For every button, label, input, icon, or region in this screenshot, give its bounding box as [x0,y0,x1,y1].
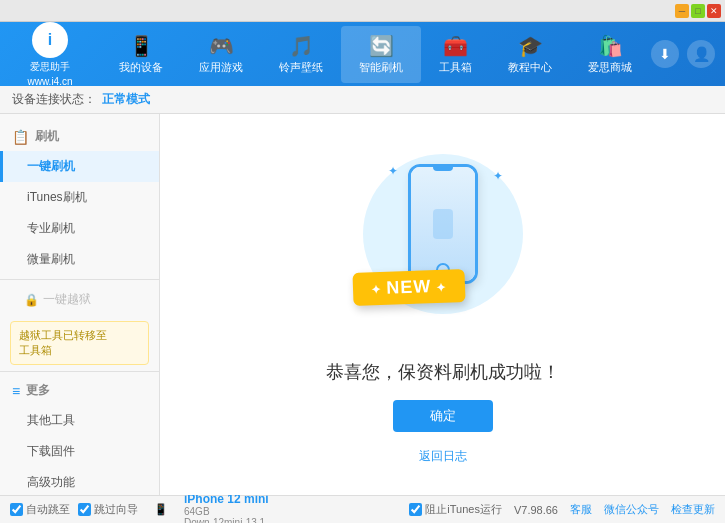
ringtones-icon: 🎵 [289,34,314,58]
more-section-title: ≡ 更多 [0,376,159,405]
status-value: 正常模式 [102,91,150,108]
jailbreak-label: 一键越狱 [43,291,91,308]
skip-wizard-checkbox-label[interactable]: 跳过向导 [78,502,138,517]
tutorials-icon: 🎓 [518,34,543,58]
sidebar: 📋 刷机 一键刷机 iTunes刷机 专业刷机 微量刷机 🔒 一键越狱 越狱工具… [0,114,160,495]
more-section-label: 更多 [26,382,50,399]
status-label: 设备连接状态： [12,91,96,108]
auto-jump-checkbox-label[interactable]: 自动跳至 [10,502,70,517]
itunes-status-checkbox[interactable] [409,503,422,516]
jailbreak-section-title: 🔒 一键越狱 [0,284,159,315]
apps-games-icon: 🎮 [209,34,234,58]
my-device-label: 我的设备 [119,60,163,75]
phone-notch [433,167,453,171]
nav-my-device[interactable]: 📱 我的设备 [101,26,181,83]
close-button[interactable]: ✕ [707,4,721,18]
itunes-status: 阻止iTunes运行 [409,502,502,517]
store-icon: 🛍️ [598,34,623,58]
toolbox-icon: 🧰 [443,34,468,58]
itunes-status-text: 阻止iTunes运行 [425,502,502,517]
logo-url: www.i4.cn [27,76,72,87]
sidebar-item-other-tools[interactable]: 其他工具 [0,405,159,436]
skip-wizard-label: 跳过向导 [94,502,138,517]
device-firmware: Down-12mini-13,1 [184,517,269,524]
auto-jump-checkbox[interactable] [10,503,23,516]
phone-screen-icon [428,204,458,244]
main-layout: 📋 刷机 一键刷机 iTunes刷机 专业刷机 微量刷机 🔒 一键越狱 越狱工具… [0,114,725,495]
sidebar-divider-2 [0,371,159,372]
sparkle-top-right: ✦ [493,169,503,183]
bottom-right: 阻止iTunes运行 V7.98.66 客服 微信公众号 检查更新 [409,502,715,517]
logo-name: 爱思助手 [30,60,70,74]
wechat-link[interactable]: 微信公众号 [604,502,659,517]
download-button[interactable]: ⬇ [651,40,679,68]
version-text: V7.98.66 [514,504,558,516]
sparkle-top-left: ✦ [388,164,398,178]
smart-flash-label: 智能刷机 [359,60,403,75]
phone-icon: 📱 [154,503,168,516]
title-bar: ─ □ ✕ [0,0,725,22]
new-ribbon: NEW [352,269,465,306]
nav-items: 📱 我的设备 🎮 应用游戏 🎵 铃声壁纸 🔄 智能刷机 🧰 工具箱 🎓 教程中心… [100,26,651,83]
user-button[interactable]: 👤 [687,40,715,68]
success-text: 恭喜您，保资料刷机成功啦！ [326,360,560,384]
flash-section-icon: 📋 [12,129,29,145]
nav-ringtones[interactable]: 🎵 铃声壁纸 [261,26,341,83]
confirm-button[interactable]: 确定 [393,400,493,432]
sidebar-item-one-key-flash[interactable]: 一键刷机 [0,151,159,182]
svg-rect-0 [433,209,453,239]
more-section-icon: ≡ [12,383,20,399]
sidebar-item-itunes-flash[interactable]: iTunes刷机 [0,182,159,213]
nav-store[interactable]: 🛍️ 爱思商城 [570,26,650,83]
itunes-status-label[interactable]: 阻止iTunes运行 [409,502,502,517]
check-update-link[interactable]: 检查更新 [671,502,715,517]
auto-jump-label: 自动跳至 [26,502,70,517]
sidebar-divider-1 [0,279,159,280]
flash-section-title: 📋 刷机 [0,122,159,151]
tutorials-label: 教程中心 [508,60,552,75]
jailbreak-warning: 越狱工具已转移至工具箱 [10,321,149,365]
nav-tutorials[interactable]: 🎓 教程中心 [490,26,570,83]
nav-toolbox[interactable]: 🧰 工具箱 [421,26,490,83]
ringtones-label: 铃声壁纸 [279,60,323,75]
status-bar: 设备连接状态： 正常模式 [0,86,725,114]
phone-illustration: ✦ ✦ ✦ NEW [343,144,543,344]
nav-right: ⬇ 👤 [651,40,725,68]
logo-area: i 爱思助手 www.i4.cn [0,22,100,87]
go-back-link[interactable]: 返回日志 [419,448,467,465]
device-block: 📱 iPhone 12 mini 64GB Down-12mini-13,1 [154,492,269,524]
top-nav: i 爱思助手 www.i4.cn 📱 我的设备 🎮 应用游戏 🎵 铃声壁纸 🔄 … [0,22,725,86]
lock-icon: 🔒 [24,293,39,307]
maximize-button[interactable]: □ [691,4,705,18]
nav-smart-flash[interactable]: 🔄 智能刷机 [341,26,421,83]
sidebar-item-pro-flash[interactable]: 专业刷机 [0,213,159,244]
logo-text: i [48,31,52,49]
toolbox-label: 工具箱 [439,60,472,75]
device-info: iPhone 12 mini 64GB Down-12mini-13,1 [184,492,269,524]
sidebar-item-download-firmware[interactable]: 下载固件 [0,436,159,467]
content-area: ✦ ✦ ✦ NEW 恭喜您，保资料刷机成功啦！ 确定 返回日志 [160,114,725,495]
success-card: ✦ ✦ ✦ NEW 恭喜您，保资料刷机成功啦！ 确定 返回日志 [326,144,560,465]
bottom-bar: 自动跳至 跳过向导 📱 iPhone 12 mini 64GB Down-12m… [0,495,725,523]
bottom-left: 自动跳至 跳过向导 📱 iPhone 12 mini 64GB Down-12m… [10,492,269,524]
store-label: 爱思商城 [588,60,632,75]
sidebar-item-wipe-flash[interactable]: 微量刷机 [0,244,159,275]
flash-section-label: 刷机 [35,128,59,145]
smart-flash-icon: 🔄 [369,34,394,58]
minimize-button[interactable]: ─ [675,4,689,18]
nav-apps-games[interactable]: 🎮 应用游戏 [181,26,261,83]
my-device-icon: 📱 [129,34,154,58]
phone-shape [408,164,478,284]
skip-wizard-checkbox[interactable] [78,503,91,516]
apps-games-label: 应用游戏 [199,60,243,75]
device-storage: 64GB [184,506,269,517]
customer-service-link[interactable]: 客服 [570,502,592,517]
logo-icon: i [32,22,68,58]
